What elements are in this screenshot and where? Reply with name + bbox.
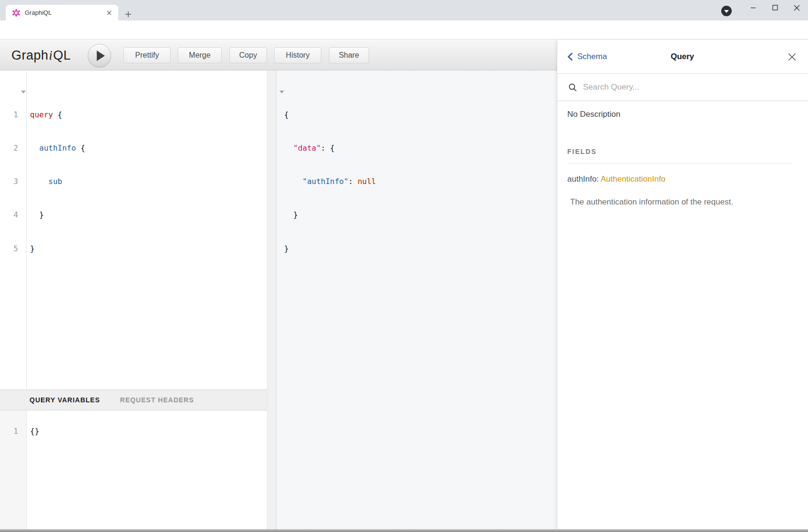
browser-toolbar: localhost:3000/graphql P Tp L Aktualisie…	[0, 20, 808, 40]
query-code[interactable]: query { authInfo { sub } }	[30, 87, 85, 266]
doc-search-bar	[557, 74, 808, 101]
doc-field-name-link[interactable]: authInfo	[567, 174, 596, 184]
window-minimize-button[interactable]	[742, 0, 764, 15]
chevron-left-icon	[567, 52, 573, 61]
code-line: }	[30, 243, 85, 254]
window-maximize-button[interactable]	[764, 0, 786, 15]
doc-close-icon[interactable]	[786, 51, 798, 62]
code-line: sub	[30, 176, 85, 187]
code-line: {	[284, 109, 376, 120]
browser-titlebar: GraphiQL	[0, 0, 808, 20]
code-line: authInfo {	[30, 143, 85, 153]
code-line: "authInfo": null	[284, 176, 376, 187]
code-line: }	[30, 209, 85, 220]
variables-line-number: 1	[0, 426, 18, 437]
window-bottom-edge	[0, 529, 808, 532]
doc-explorer-header: Schema Query	[557, 40, 808, 74]
play-icon	[97, 51, 105, 61]
tab-search-button[interactable]	[721, 6, 732, 16]
variables-editor[interactable]	[0, 410, 267, 529]
tab-title: GraphiQL	[25, 9, 105, 16]
search-icon	[568, 83, 577, 92]
query-line-numbers: 1 2 3 4 5	[0, 87, 18, 266]
execute-query-button[interactable]	[88, 44, 111, 67]
tab-request-headers[interactable]: REQUEST HEADERS	[120, 396, 194, 404]
code-line: }	[284, 243, 376, 254]
prettify-button[interactable]: Prettify	[123, 47, 171, 63]
doc-back-link[interactable]: Schema	[567, 52, 607, 61]
doc-field-description: The authentication information of the re…	[570, 197, 733, 207]
new-tab-button[interactable]	[122, 8, 134, 20]
variable-editor-titlebar: QUERY VARIABLES REQUEST HEADERS	[0, 389, 267, 410]
share-button[interactable]: Share	[329, 47, 369, 63]
result-json: { "data": { "authInfo": null } }	[284, 87, 376, 266]
doc-no-description: No Description	[567, 110, 621, 119]
variables-code: {}	[30, 426, 39, 437]
doc-fields-heading: FIELDS	[567, 148, 792, 164]
pane-resize-handle[interactable]	[267, 71, 276, 529]
doc-back-label: Schema	[577, 52, 607, 61]
browser-tab[interactable]: GraphiQL	[6, 5, 118, 20]
merge-button[interactable]: Merge	[178, 47, 222, 63]
doc-field-separator: :	[596, 174, 601, 184]
doc-field-row: authInfo: AuthenticationInfo	[567, 174, 665, 184]
doc-search-input[interactable]	[583, 82, 783, 92]
window-close-button[interactable]	[786, 0, 808, 15]
fold-arrow-icon[interactable]	[279, 91, 284, 93]
code-line: query {	[30, 109, 85, 120]
doc-field-type-link[interactable]: AuthenticationInfo	[601, 174, 665, 184]
copy-button[interactable]: Copy	[229, 47, 267, 63]
tab-query-variables[interactable]: QUERY VARIABLES	[30, 396, 100, 404]
graphiql-logo: GraphiQL	[11, 40, 71, 71]
code-line: "data": {	[284, 143, 376, 153]
tab-close-icon[interactable]	[105, 9, 113, 17]
graphql-favicon-icon	[12, 9, 20, 17]
fold-arrow-icon[interactable]	[21, 91, 26, 93]
history-button[interactable]: History	[274, 47, 321, 63]
code-line: }	[284, 209, 376, 220]
